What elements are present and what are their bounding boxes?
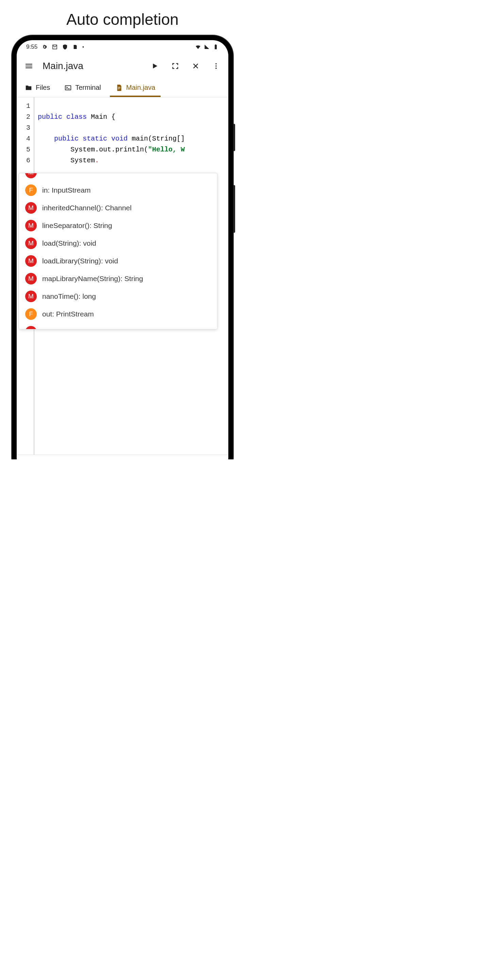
hamburger-icon (24, 62, 33, 70)
method-badge-icon: M (25, 255, 37, 267)
method-badge-icon: M (25, 291, 37, 302)
suggest-item[interactable]: M load(String): void (19, 234, 217, 252)
tab-main-java[interactable]: Main.java (111, 78, 159, 97)
suggest-item[interactable]: M (19, 323, 217, 329)
code-line: System.out.println("Hello, W (38, 144, 228, 155)
phone-side-button (233, 124, 235, 151)
code-line: System. (38, 155, 228, 166)
suggest-item[interactable]: M (19, 173, 217, 181)
status-time: 9:55 (26, 43, 37, 50)
more-button[interactable] (209, 59, 223, 73)
mail-icon (52, 44, 58, 50)
tabs: Files Terminal Main.java (17, 78, 228, 97)
suggest-item[interactable]: M lineSeparator(): String (19, 217, 217, 234)
svg-point-4 (215, 68, 217, 69)
menu-button[interactable] (22, 59, 36, 73)
folder-icon (25, 84, 32, 92)
signal-icon (204, 44, 210, 50)
code-editor[interactable]: 123456 public class Main { public static… (17, 97, 228, 455)
app-title: Main.java (43, 60, 141, 72)
method-badge-icon: M (25, 220, 37, 231)
suggest-label: loadLibrary(String): void (42, 257, 118, 265)
suggest-label: in: InputStream (42, 186, 91, 194)
method-badge-icon: M (25, 202, 37, 214)
tab-files[interactable]: Files (21, 78, 54, 97)
file-icon (115, 84, 123, 92)
tab-label: Terminal (75, 84, 101, 92)
suggest-label: lineSeparator(): String (42, 221, 112, 230)
method-badge-icon: M (25, 173, 37, 178)
phone-screen: 9:55 • Main.java (17, 40, 228, 473)
suggest-label: nanoTime(): long (42, 292, 96, 301)
field-badge-icon: F (25, 185, 37, 196)
sd-icon (72, 44, 78, 50)
suggest-label: mapLibraryName(String): String (42, 275, 143, 283)
suggest-item[interactable]: F out: PrintStream (19, 305, 217, 323)
suggest-item[interactable]: M nanoTime(): long (19, 288, 217, 305)
suggest-item[interactable]: F in: InputStream (19, 181, 217, 199)
tab-label: Main.java (126, 84, 156, 92)
autocomplete-popup: M F in: InputStream M inheritedChannel()… (19, 173, 218, 329)
code-line: public static void main(String[] (38, 134, 228, 144)
suggest-label: out: PrintStream (42, 310, 94, 318)
code-line (38, 101, 228, 111)
field-badge-icon: F (25, 308, 37, 320)
app-bar: Main.java (17, 54, 228, 78)
close-button[interactable] (189, 59, 202, 73)
svg-point-3 (215, 65, 217, 67)
shield-icon (62, 44, 68, 50)
terminal-icon (64, 84, 72, 92)
svg-rect-0 (215, 45, 217, 49)
code-line: public class Main { (38, 111, 228, 123)
svg-rect-5 (65, 86, 71, 90)
close-icon (192, 62, 199, 70)
suggest-item[interactable]: M inheritedChannel(): Channel (19, 199, 217, 217)
dot-icon: • (82, 44, 84, 50)
tab-terminal[interactable]: Terminal (60, 78, 105, 97)
method-badge-icon: M (25, 273, 37, 285)
status-bar: 9:55 • (17, 40, 228, 54)
tab-label: Files (36, 84, 50, 92)
method-badge-icon: M (25, 326, 37, 329)
play-icon (151, 62, 159, 70)
wifi-icon (195, 44, 201, 50)
fullscreen-button[interactable] (169, 59, 182, 73)
phone-side-button (233, 185, 235, 233)
gear-icon (41, 44, 48, 50)
page-title: Auto completion (0, 0, 245, 35)
svg-rect-1 (215, 45, 216, 45)
phone-frame: 9:55 • Main.java (12, 35, 233, 478)
suggest-item[interactable]: M mapLibraryName(String): String (19, 270, 217, 288)
more-vert-icon (212, 62, 220, 70)
code-line (38, 123, 228, 134)
svg-point-2 (215, 63, 217, 65)
suggest-label: inheritedChannel(): Channel (42, 204, 132, 212)
method-badge-icon: M (25, 237, 37, 249)
battery-icon (213, 44, 219, 50)
suggest-item[interactable]: M loadLibrary(String): void (19, 252, 217, 270)
run-button[interactable] (148, 59, 162, 73)
fullscreen-icon (172, 62, 179, 70)
suggest-label: load(String): void (42, 239, 96, 247)
